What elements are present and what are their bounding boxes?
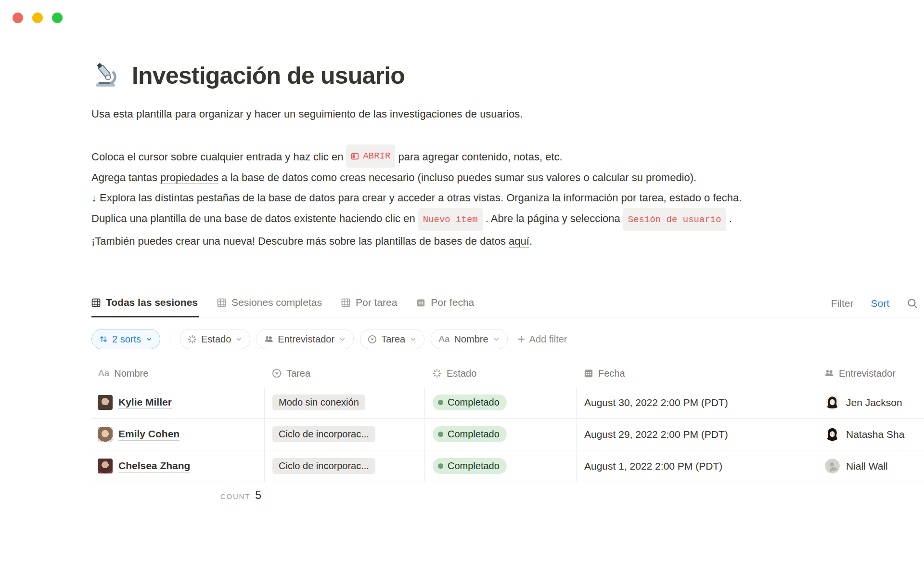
column-label: Tarea <box>286 368 310 379</box>
chevron-down-icon <box>339 336 346 343</box>
tab-sesiones-completas[interactable]: Sesiones completas <box>217 294 323 317</box>
entrevistador-filter-chip[interactable]: Entrevistador <box>257 329 354 349</box>
sort-button[interactable]: Sort <box>871 298 889 309</box>
nombre-filter-chip[interactable]: Aa Nombre <box>431 329 507 349</box>
estado-tag: Completado <box>433 394 507 410</box>
column-header-estado[interactable]: Estado <box>424 368 576 379</box>
sorts-chip[interactable]: 2 sorts <box>91 329 160 349</box>
fecha-cell[interactable]: August 30, 2022 2:00 PM (PDT) <box>576 387 817 418</box>
column-label: Estado <box>447 368 476 379</box>
estado-chip-label: Estado <box>201 334 231 345</box>
avatar <box>98 427 113 442</box>
abrir-label: ABRIR <box>363 146 390 166</box>
nombre-chip-label: Nombre <box>454 334 488 345</box>
close-button[interactable] <box>13 13 23 23</box>
tab-por-tarea[interactable]: Por tarea <box>341 294 398 317</box>
filter-chip-row: 2 sorts Estado Entrevistador Tarea Aa <box>91 329 924 349</box>
calendar-icon <box>416 298 425 307</box>
estado-cell[interactable]: Completado <box>424 387 576 418</box>
table-icon <box>217 298 226 307</box>
microscope-icon[interactable] <box>91 62 119 90</box>
estado-label: Completado <box>448 429 500 440</box>
entrevistador-cell[interactable]: Niall Wall <box>817 450 924 482</box>
add-filter-button[interactable]: Add filter <box>517 334 567 345</box>
tarea-cell[interactable]: Ciclo de incorporac... <box>264 419 424 450</box>
view-tabbar: Todas las sesiones Sesiones completas Po… <box>91 294 918 317</box>
select-icon <box>368 335 377 344</box>
aqui-link[interactable]: aquí <box>509 235 529 248</box>
propiedades-link[interactable]: propiedades <box>160 171 218 184</box>
tarea-cell[interactable]: Modo sin conexión <box>264 387 424 418</box>
table-row: Emily Cohen Ciclo de incorporac... Compl… <box>91 419 924 450</box>
filter-button[interactable]: Filter <box>831 298 854 309</box>
chevron-down-icon <box>235 336 243 343</box>
people-icon <box>264 335 273 344</box>
avatar <box>825 427 840 442</box>
text-property-icon: Aa <box>438 334 449 344</box>
estado-filter-chip[interactable]: Estado <box>180 329 250 349</box>
nuevo-item-label: Nuevo ítem <box>423 210 478 230</box>
zoom-button[interactable] <box>52 13 63 23</box>
session-page-link[interactable]: Kylie Miller <box>118 396 172 409</box>
fecha-value: August 29, 2022 2:00 PM (PDT) <box>584 429 728 440</box>
tarea-filter-chip[interactable]: Tarea <box>360 329 424 349</box>
column-header-entrevistador[interactable]: Entrevistador <box>817 368 924 379</box>
column-header-tarea[interactable]: Tarea <box>264 368 424 379</box>
table-toolbar: Filter Sort <box>831 298 918 317</box>
estado-label: Completado <box>448 460 500 472</box>
default-avatar <box>825 459 840 473</box>
people-icon <box>824 368 834 378</box>
entrevistador-cell[interactable]: Jen Jackson <box>817 387 924 418</box>
session-page-link[interactable]: Emily Cohen <box>118 428 180 441</box>
tab-label: Todas las sesiones <box>106 297 198 308</box>
instruction-line-4: Duplica una plantilla de una base de dat… <box>91 208 746 251</box>
tarea-cell[interactable]: Ciclo de incorporac... <box>264 450 424 482</box>
tab-por-fecha[interactable]: Por fecha <box>416 294 475 317</box>
text-segment: a la base de datos como creas necesario … <box>221 171 696 184</box>
name-cell[interactable]: Chelsea Zhang <box>91 450 264 482</box>
tarea-chip-label: Tarea <box>381 334 405 345</box>
table-header: Aa Nombre Tarea Estado Fecha Entre <box>91 360 924 387</box>
session-page-link[interactable]: Chelsea Zhang <box>118 460 190 473</box>
text-segment: Duplica una plantilla de una base de dat… <box>91 212 415 224</box>
avatar <box>825 395 840 410</box>
nuevo-item-chip[interactable]: Nuevo ítem <box>418 208 483 231</box>
column-header-fecha[interactable]: Fecha <box>576 368 817 379</box>
minimize-button[interactable] <box>32 13 43 23</box>
text-segment: para agregar contenido, notas, etc. <box>398 151 562 163</box>
status-dot <box>438 463 443 469</box>
tab-todas-las-sesiones[interactable]: Todas las sesiones <box>91 294 199 317</box>
notion-window: Investigación de usuario Usa esta planti… <box>0 0 924 578</box>
page-content: Investigación de usuario Usa esta planti… <box>91 62 924 508</box>
name-cell[interactable]: Emily Cohen <box>91 419 264 450</box>
estado-cell[interactable]: Completado <box>424 450 576 482</box>
entrevistador-cell[interactable]: Natasha Sha <box>817 419 924 450</box>
column-label: Nombre <box>114 368 148 379</box>
search-icon[interactable] <box>907 298 918 309</box>
table-row: Kylie Miller Modo sin conexión Completad… <box>91 387 924 419</box>
instruction-line-1: Coloca el cursor sobre cualquier entrada… <box>91 144 746 168</box>
text-segment: Coloca el cursor sobre cualquier entrada… <box>91 151 343 163</box>
count-label: COUNT <box>220 492 250 500</box>
column-header-nombre[interactable]: Aa Nombre <box>91 368 264 379</box>
table-icon <box>91 298 101 307</box>
estado-cell[interactable]: Completado <box>424 419 576 450</box>
title-row: Investigación de usuario <box>91 62 924 90</box>
sesion-usuario-chip[interactable]: Sesión de usuario <box>623 208 726 231</box>
chevron-down-icon <box>410 336 417 343</box>
instruction-line-2: Agrega tantas propiedades a la base de d… <box>91 168 746 188</box>
up-down-arrows-icon <box>99 335 108 343</box>
fecha-cell[interactable]: August 29, 2022 2:00 PM (PDT) <box>576 419 817 450</box>
add-filter-label: Add filter <box>529 334 567 345</box>
name-cell[interactable]: Kylie Miller <box>91 387 264 418</box>
text-segment: . <box>529 235 532 247</box>
tarea-tag: Modo sin conexión <box>272 394 365 410</box>
abrir-chip[interactable]: ABRIR <box>346 144 395 168</box>
window-controls <box>13 13 63 23</box>
estado-tag: Completado <box>433 426 507 442</box>
chevron-down-icon <box>493 336 500 343</box>
sesion-usuario-label: Sesión de usuario <box>628 210 721 230</box>
count-calculation[interactable]: COUNT 5 <box>91 489 264 502</box>
sorts-chip-label: 2 sorts <box>112 334 141 345</box>
fecha-cell[interactable]: August 1, 2022 2:00 PM (PDT) <box>576 450 817 482</box>
